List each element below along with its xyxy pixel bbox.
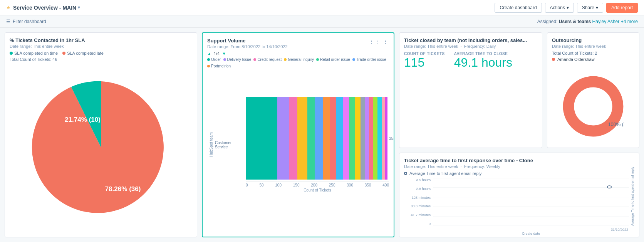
legend-label-on-time: SLA completed on time [14,51,58,55]
avg-metric: AVERAGE TIME TO CLOSE 49.1 hours [454,52,512,69]
pagination-text: 1/4 [214,51,220,56]
title-text: Service Overview - MAIN [13,5,76,11]
bar-segment-10 [343,97,349,180]
create-dashboard-button[interactable]: Create dashboard [495,3,542,13]
line-legend-circle [404,172,407,175]
legend-dot-on-time [10,52,13,55]
line-x-axis: 31/10/2022 [433,228,629,232]
bar-legend-order: Order [207,57,221,62]
bar-legend-label-delivery: Delivery Issue [227,57,252,62]
legend-item-late: SLA completed late [62,51,104,55]
add-report-button[interactable]: Add report [606,3,638,13]
bar-legend-dot-credit [253,58,256,61]
bar-segment-17 [377,97,382,180]
assigned-user[interactable]: Hayley Asher [592,19,620,24]
pagination-down-icon[interactable]: ▼ [222,51,226,56]
bar-chart-panel: Support Volume Date range: From 8/10/202… [202,32,394,237]
bar-x-label: Count of Tickets [246,188,389,192]
share-button[interactable]: Share ▾ [577,3,603,13]
bar-segment-15 [369,97,373,180]
bar-segment-delivery [277,97,289,180]
bar-segment-13 [361,97,365,180]
bar-legend-trade: Trade order issue [352,57,386,62]
bar-chart-legend: Order Delivery Issue Credit request Gene… [207,57,389,68]
line-chart-main: 31/10/2022 Create date [433,178,629,226]
bar-segment-12 [355,97,361,180]
pie-label-late: 78.26% (36) [105,185,141,193]
line-y-axis: 3.5 hours 2.8 hours 125 minutes 83.3 min… [404,178,433,226]
assigned-more[interactable]: +4 more [621,19,638,24]
donut-label: 100% (2) [608,121,624,127]
count-value: 115 [404,56,445,69]
bar-segment-11 [349,97,355,180]
legend-item-on-time: SLA completed on time [10,51,58,55]
bar-x-axis: 0 50 100 150 200 250 300 350 400 Count o… [246,181,389,192]
bar-pagination-row: ▲ 1/4 ▼ [207,51,389,56]
dashboard: % Tickets Contacted in 1hr SLA Date rang… [0,28,644,242]
topbar: ★ Service Overview - MAIN ▾ Create dashb… [0,0,644,15]
bar-legend-label-trade: Trade order issue [356,57,386,62]
pie-panel-subtitle: Date range: This entire week [10,44,192,49]
bar-legend-general: General inquiry [284,57,314,62]
actions-button[interactable]: Actions ▾ [545,3,574,13]
bar-row-label: Customer Service [215,70,246,220]
assigned-label: Assigned: [537,19,558,24]
bar-panel-more-icon[interactable]: ⋮ [382,38,389,45]
line-y-label: Average Time to first agent email reply [629,178,634,226]
bar-legend-dot-trade [352,58,355,61]
outsourcing-total-value: 2 [595,51,597,55]
metrics-row: COUNT OF TICKETS 115 AVERAGE TIME TO CLO… [404,52,537,69]
bar-segment-retail [307,97,315,180]
bar-panel-menu-icon[interactable]: ⋮⋮ [368,38,381,45]
bar-segment-18 [382,97,384,180]
bar-segment-port [323,97,330,180]
bar-chart-bars-area: 355 0 50 100 150 200 250 300 350 400 [246,70,389,220]
ticket-closed-panel: Ticket closed by team (not including ord… [399,32,542,148]
bar-panel-header: Support Volume Date range: From 8/10/202… [207,38,389,51]
ticket-panel-title: Ticket closed by team (not including ord… [404,37,537,43]
bar-segment-order [246,97,277,180]
pie-chart-panel: % Tickets Contacted in 1hr SLA Date rang… [5,32,197,237]
pagination-up-icon[interactable]: ▲ [207,51,211,56]
outsourcing-legend-label: Amanda Oldershaw [557,57,595,62]
chevron-down-icon[interactable]: ▾ [78,5,80,10]
dashboard-title: Service Overview - MAIN ▾ [13,5,80,11]
line-legend-label: Average Time to first agent email reply [409,171,482,176]
filter-icon: ☰ [6,19,10,24]
filter-dashboard-button[interactable]: ☰ Filter dashboard [6,19,46,24]
bar-legend-retail: Retail order issue [316,57,350,62]
share-label: Share [582,5,594,10]
bar-x-ticks: 0 50 100 150 200 250 300 350 400 [246,183,389,187]
line-panel-title: Ticket average time to first response ov… [404,158,634,163]
bar-legend-label-order: Order [211,57,221,62]
outsourcing-total: Total Count of Tickets: 2 [552,51,634,55]
bar-legend-dot-retail [316,58,319,61]
bar-chart-area: HubSpot team Customer Service [207,70,389,220]
pie-chart-svg: 21.74% (10) 78.26% (36) [28,74,174,220]
outsourcing-total-label: Total Count of Tickets: [552,51,594,55]
pie-label-on-time: 21.74% (10) [65,116,101,123]
line-chart-panel: Ticket average time to first response ov… [399,153,639,237]
star-icon[interactable]: ★ [6,5,11,10]
bar-legend-label-port: Portmeirion [211,64,231,68]
legend-dot-late [62,52,65,55]
pie-chart-container: 21.74% (10) 78.26% (36) [10,63,192,231]
bar-legend-port: Portmeirion [207,64,231,68]
outsourcing-legend: Amanda Oldershaw [552,57,634,62]
outsourcing-panel-subtitle: Date range: This entire week [552,44,634,49]
assigned-type: Users & teams [559,19,591,24]
line-x-label: Create date [433,232,629,235]
bar-panel-actions: ⋮⋮ ⋮ [368,38,389,45]
bar-legend-dot-port [207,65,210,67]
donut-chart-container: 100% (2) [552,64,634,148]
bar-segment-19 [385,97,387,180]
stacked-bar: 355 [246,97,389,180]
topbar-left: ★ Service Overview - MAIN ▾ [6,5,80,11]
bar-segment-16 [373,97,377,180]
bar-legend-dot-general [284,58,287,61]
donut-hole [580,92,607,119]
bar-segment-trade [315,97,323,180]
line-data-point [607,186,611,188]
topbar-actions: Create dashboard Actions ▾ Share ▾ Add r… [495,3,638,13]
bar-segment-14 [365,97,369,180]
